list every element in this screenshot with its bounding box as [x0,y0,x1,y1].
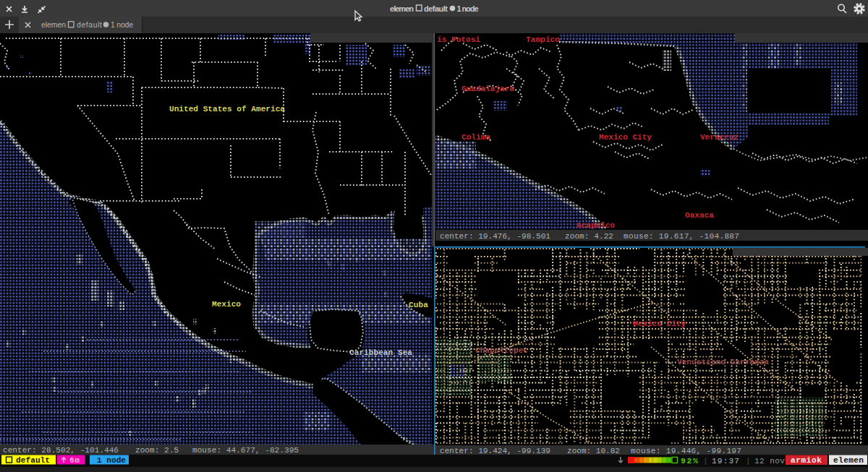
svg-text:Chapultepec: Chapultepec [475,346,528,355]
svg-text:Venustiano Carranza: Venustiano Carranza [677,358,769,366]
svg-text:zoom: 10.82: zoom: 10.82 [567,447,620,455]
svg-text:|: | [703,457,708,465]
svg-text:6m: 6m [69,456,80,465]
svg-text:Cuba: Cuba [409,301,428,309]
svg-text:center: 28.502, -101.446: center: 28.502, -101.446 [3,446,119,455]
svg-text:1 node: 1 node [111,20,133,29]
svg-text:Mexico: Mexico [212,300,241,309]
svg-text:elemen: elemen [833,456,864,465]
svg-text:armiok: armiok [791,456,822,465]
svg-text:|: | [746,457,751,465]
svg-text:1 node: 1 node [457,4,479,13]
svg-text:elemen: elemen [41,20,66,29]
svg-text:default: default [16,456,50,465]
svg-text:elemen: elemen [390,4,414,13]
svg-text:12 nov: 12 nov [754,457,785,465]
svg-text:19:37: 19:37 [712,457,739,465]
svg-text:United States of America: United States of America [169,105,285,113]
svg-text:Veracruz: Veracruz [700,133,739,142]
svg-text:mouse: 44.677, -82.395: mouse: 44.677, -82.395 [192,446,299,455]
svg-text:center: 19.424, -99.139: center: 19.424, -99.139 [440,447,550,455]
svg-text:default: default [424,4,448,13]
svg-text:is Potosi: is Potosi [437,35,480,44]
svg-text:Tampico: Tampico [526,35,560,44]
svg-text:Caribbean Sea: Caribbean Sea [349,348,412,357]
svg-text:default: default [77,20,102,29]
svg-text:Guadalajara: Guadalajara [461,85,514,93]
svg-text:zoom: 2.5: zoom: 2.5 [135,446,179,455]
svg-text:zoom: 4.22: zoom: 4.22 [565,232,613,241]
svg-text:Acapulco: Acapulco [576,221,615,230]
svg-text:center: 19.476, -98.501: center: 19.476, -98.501 [440,232,550,241]
svg-text:Oaxaca: Oaxaca [685,211,714,220]
svg-text:Mexico City: Mexico City [599,133,652,142]
svg-text:1 node: 1 node [97,456,126,465]
svg-text:Colima: Colima [461,133,490,142]
svg-text:92%: 92% [681,456,698,465]
svg-text:mouse: 19.617, -104.887: mouse: 19.617, -104.887 [624,232,739,241]
svg-text:mouse: 19.446, -99.197: mouse: 19.446, -99.197 [631,447,741,455]
svg-text:Mexico City: Mexico City [633,319,686,328]
